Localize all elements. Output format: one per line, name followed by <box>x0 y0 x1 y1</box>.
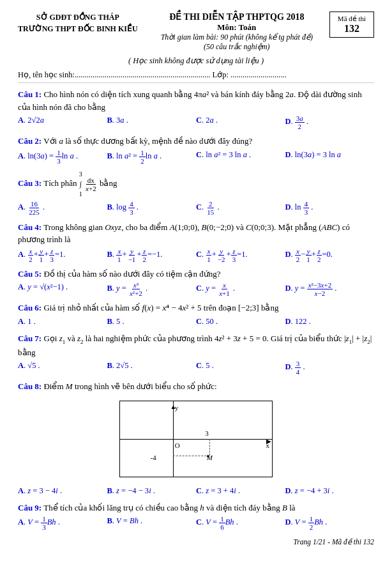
q2-answer-d: D. ln(3a) = 3 ln a <box>285 149 375 165</box>
question-4: Câu 4: Trong không gian Oxyz, cho ba điể… <box>18 221 374 263</box>
q3-label: Câu 3: <box>18 178 41 188</box>
exam-instruction: ( Học sinh không được sử dụng tài liệu ) <box>18 56 374 66</box>
q3-answer-d: D. ln 43 . <box>285 200 375 216</box>
question-8: Câu 8: Điểm M trong hình vẽ bên dưới biể… <box>18 380 374 496</box>
q5-answer-b: B. y = x³x²+2 . <box>107 281 197 297</box>
x-axis <box>120 439 272 440</box>
q5-answer-c: C. y = xx+1 . <box>196 281 285 297</box>
x-value-3: 3 <box>205 428 209 439</box>
q1-text: Cho hình nón có diện tích xung quanh bằn… <box>18 89 362 112</box>
exam-title-block: ĐỀ THI DIỄN TẬP THPTQG 2018 Môn: Toán Th… <box>144 12 329 52</box>
q3-answers: A. 16225 . B. log 43 . C. 215 . D. ln 43… <box>18 200 374 216</box>
q7-answer-d: D. 34 . <box>285 360 375 376</box>
q3-text: Tích phân 3 ∫ 1 dxx+2 bằng <box>43 178 117 188</box>
q8-text: Điểm M trong hình vẽ bên dưới biểu cho s… <box>43 381 216 391</box>
y-arrow-icon: ▲ <box>170 402 177 411</box>
question-6: Câu 6: Giá trị nhỏ nhất của hàm số f(x) … <box>18 302 374 327</box>
q9-answers: A. V = 13Bh . B. V = Bh . C. V = 16Bh . … <box>18 515 374 531</box>
q7-answer-b: B. 2√5 . <box>107 360 197 376</box>
q2-answers: A. ln(3a) = 13ln a . B. ln a² = 12ln a .… <box>18 149 374 165</box>
q3-answer-a: A. 16225 . <box>18 200 107 216</box>
q5-text: Đồ thị của hàm số nào dưới đây có tiệm c… <box>43 269 220 279</box>
q3-answer-c: C. 215 . <box>196 200 285 216</box>
q8-answer-a: A. z = 3 − 4i . <box>18 485 107 497</box>
q4-answers: A. x2+y1+z3=1. B. x1+y−1+z2=−1. C. x1+y−… <box>18 247 374 263</box>
school-info: SỞ GDĐT ĐỒNG THÁP TRƯỜNG THPT ĐỐC BINH K… <box>18 12 138 35</box>
exam-title: ĐỀ THI DIỄN TẬP THPTQG 2018 <box>144 12 329 22</box>
question-5: Câu 5: Đồ thị của hàm số nào dưới đây có… <box>18 268 374 298</box>
q6-answer-b: B. 5 . <box>107 316 197 328</box>
department-name: SỞ GDĐT ĐỒNG THÁP <box>18 12 138 23</box>
q8-answer-c: C. z = 3 + 4i . <box>196 485 285 497</box>
complex-plane-graph: O y x 3 -4 M ▶ ▲ <box>119 401 273 477</box>
q9-answer-c: C. V = 16Bh . <box>196 515 285 531</box>
q6-label: Câu 6: <box>18 303 41 312</box>
q2-answer-a: A. ln(3a) = 13ln a . <box>18 149 107 165</box>
q9-label: Câu 9: <box>18 503 41 512</box>
q4-text: Trong không gian Oxyz, cho ba điểm A(1;0… <box>18 222 350 245</box>
question-9: Câu 9: Thể tích của khối lăng trụ có chi… <box>18 502 374 532</box>
q6-answer-c: C. 50 . <box>196 316 285 328</box>
question-2: Câu 2: Với a là số thực dương bất kỳ, mệ… <box>18 135 374 165</box>
q5-answer-a: A. y = √(x²−1) . <box>18 281 107 297</box>
q4-label: Câu 4: <box>18 222 41 232</box>
page-header: SỞ GDĐT ĐỒNG THÁP TRƯỜNG THPT ĐỐC BINH K… <box>18 12 374 52</box>
q1-answers: A. 2√2a B. 3a . C. 2a . D. 3a2 . <box>18 114 374 130</box>
dashed-horizontal <box>173 456 209 456</box>
y-axis <box>173 401 174 477</box>
exam-code-box: Mã đề thi 132 <box>329 12 374 38</box>
q6-answer-a: A. 1 . <box>18 316 107 328</box>
q5-label: Câu 5: <box>18 269 41 279</box>
q7-text: Gọi z1 và z2 là hai nghiệm phức của phươ… <box>18 334 372 357</box>
q4-answer-b: B. x1+y−1+z2=−1. <box>107 247 197 263</box>
question-7: Câu 7: Gọi z1 và z2 là hai nghiệm phức c… <box>18 332 374 376</box>
q3-answer-b: B. log 43 . <box>107 200 197 216</box>
q1-label: Câu 1: <box>18 89 41 99</box>
student-info-line: Họ, tên học sinh:.......................… <box>18 70 374 83</box>
q1-answer-d: D. 3a2 . <box>285 114 375 130</box>
q4-answer-d: D. x2−y1+z2=0. <box>285 247 375 263</box>
question-1: Câu 1: Cho hình nón có diện tích xung qu… <box>18 88 374 130</box>
q8-answers: A. z = 3 − 4i . B. z = −4 − 3i . C. z = … <box>18 485 374 497</box>
q6-answers: A. 1 . B. 5 . C. 50 . D. 122 . <box>18 316 374 328</box>
exam-time: Thời gian làm bài: 90 phút (không kể tg … <box>144 33 329 42</box>
q9-text: Thể tích của khối lăng trụ có chiều cao … <box>43 503 295 512</box>
q2-text: Với a là số thực dương bất kỳ, mệnh đề n… <box>43 136 252 146</box>
origin-label: O <box>175 440 180 451</box>
q5-answer-d: D. y = x²−3x+2x−2 . <box>285 281 375 297</box>
page-footer: Trang 1/21 - Mã đề thi 132 <box>18 537 374 546</box>
q5-answers: A. y = √(x²−1) . B. y = x³x²+2 . C. y = … <box>18 281 374 297</box>
q4-answer-a: A. x2+y1+z3=1. <box>18 247 107 263</box>
q7-label: Câu 7: <box>18 334 41 343</box>
q4-answer-c: C. x1+y−2+z3=1. <box>196 247 285 263</box>
q9-answer-b: B. V = Bh . <box>107 515 197 531</box>
q7-answers: A. √5 . B. 2√5 . C. 5 . D. 34 . <box>18 360 374 376</box>
exam-format: (50 câu trắc nghiệm) <box>144 42 329 52</box>
q6-answer-d: D. 122 . <box>285 316 375 328</box>
question-3: Câu 3: Tích phân 3 ∫ 1 dxx+2 bằng A. 162… <box>18 169 374 217</box>
dashed-vertical <box>209 439 210 456</box>
exam-code-label: Mã đề thi <box>335 15 368 23</box>
q7-answer-a: A. √5 . <box>18 360 107 376</box>
school-name: TRƯỜNG THPT ĐỐC BINH KIỀU <box>18 23 138 35</box>
x-arrow-icon: ▶ <box>266 436 271 446</box>
q8-answer-d: D. z = −4 + 3i . <box>285 485 375 497</box>
q7-answer-c: C. 5 . <box>196 360 285 376</box>
y-value-neg4: -4 <box>151 452 156 463</box>
q2-label: Câu 2: <box>18 136 41 146</box>
q1-answer-b: B. 3a . <box>107 114 197 130</box>
q8-label: Câu 8: <box>18 381 41 391</box>
q2-answer-b: B. ln a² = 12ln a . <box>107 149 197 165</box>
q1-answer-a: A. 2√2a <box>18 114 107 130</box>
q1-answer-c: C. 2a . <box>196 114 285 130</box>
q2-answer-c: C. ln a² = 3 ln a . <box>196 149 285 165</box>
q9-answer-d: D. V = 12Bh . <box>285 515 375 531</box>
q6-text: Giá trị nhỏ nhất của hàm số f(x) = x⁴ − … <box>43 303 278 312</box>
exam-code-number: 132 <box>335 23 368 35</box>
q9-answer-a: A. V = 13Bh . <box>18 515 107 531</box>
q8-answer-b: B. z = −4 − 3i . <box>107 485 197 497</box>
exam-subject: Môn: Toán <box>144 22 329 33</box>
